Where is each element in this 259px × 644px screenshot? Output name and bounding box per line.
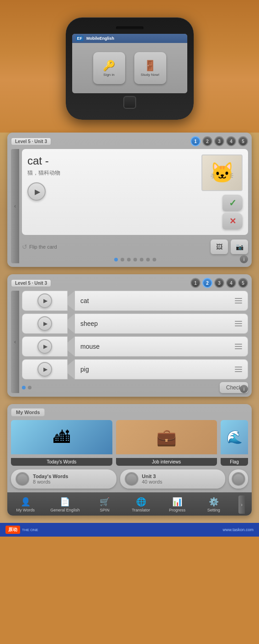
listen-play-btn-4[interactable]: ▶: [37, 362, 52, 377]
step-indicators-1: 1 2 3 4 5: [190, 136, 248, 146]
prev-arrow-2[interactable]: ‹: [11, 291, 19, 393]
flip-card-button[interactable]: ↺ Flip the card: [22, 243, 57, 250]
footer-sub: THE ONE: [22, 528, 38, 532]
p2-step-2-active[interactable]: 2: [202, 278, 212, 288]
listen-play-1[interactable]: ▶: [22, 291, 68, 311]
listen-rows: ▶ cat ▶: [22, 291, 248, 379]
listen-play-btn-3[interactable]: ▶: [37, 339, 52, 354]
progress-dots-2: [22, 384, 32, 391]
x-icon: ✕: [229, 216, 236, 226]
flashcard: cat - 猫，猫科动物 ▶ 🐱 ✓: [22, 149, 248, 235]
nav-setting-label: Setting: [207, 508, 220, 512]
p2-step-4[interactable]: 4: [226, 278, 236, 288]
step-1-active[interactable]: 1: [190, 136, 201, 146]
nav-progress-label: Progress: [169, 508, 185, 512]
study-now-button[interactable]: 🚪 Study Now!: [134, 52, 166, 84]
stat-count-2: 40 words: [142, 479, 221, 484]
todays-words-stat[interactable]: Today's Words 8 words: [11, 469, 116, 489]
nav-my-words-label: My Words: [16, 508, 35, 512]
interview-icon: 💼: [156, 428, 177, 447]
drag-handle-1[interactable]: [235, 298, 242, 303]
job-interviews-image: 💼: [116, 420, 217, 454]
city-icon: 🏙: [53, 428, 70, 447]
audio-play-button[interactable]: ▶: [27, 182, 46, 201]
step-2[interactable]: 2: [202, 136, 212, 146]
word-mouse: mouse: [80, 343, 100, 350]
step-5[interactable]: 5: [238, 136, 248, 146]
prev-arrow[interactable]: ‹: [11, 149, 19, 263]
dot-5: [140, 258, 143, 261]
info-button-2[interactable]: i: [240, 385, 248, 393]
todays-words-card[interactable]: 🏙 Today's Words: [11, 420, 112, 466]
my-words-panel: My Words 🏙 Today's Words 💼 Job interview…: [7, 404, 252, 516]
nav-setting[interactable]: ⚙️ Setting: [202, 497, 225, 512]
nav-my-words[interactable]: 👤 My Words: [14, 497, 37, 512]
check-answer-button[interactable]: ✓: [222, 195, 243, 211]
nav-spin[interactable]: 🛒 SPIN: [93, 497, 116, 512]
home-button[interactable]: [123, 96, 136, 109]
app-title: MobileEnglish: [86, 36, 114, 41]
nav-more-arrow[interactable]: ›: [238, 495, 245, 514]
listen-word-3: mouse: [75, 336, 248, 357]
flag-card[interactable]: 🌊 Flag: [221, 420, 248, 466]
stat-title-2: Unit 3: [142, 474, 221, 479]
wood-table: Level 5 · Unit 3 1 2 3 4 5 ‹ cat - 猫，猫科动…: [0, 133, 259, 523]
step-4[interactable]: 4: [226, 136, 236, 146]
unit3-stat[interactable]: Unit 3 40 words: [120, 469, 226, 489]
stat-knob-1: [16, 472, 29, 486]
nav-progress[interactable]: 📊 Progress: [166, 497, 189, 512]
phone-device: EF MobileEnglish 🔑 Sign in 🚪 Study Now!: [66, 17, 194, 120]
listen-word-1: cat: [75, 291, 248, 311]
listen-word-2: sheep: [75, 314, 248, 334]
image-button[interactable]: 🖼: [211, 240, 228, 254]
footer-url: www.taskon.com: [222, 527, 254, 532]
panel2-header: Level 5 · Unit 3 1 2 3 4 5: [11, 278, 248, 288]
listen-play-3[interactable]: ▶: [22, 336, 68, 357]
sign-in-label: Sign in: [103, 73, 114, 77]
listen-play-btn-1[interactable]: ▶: [37, 293, 52, 308]
more-stat[interactable]: [229, 469, 248, 489]
listen-play-2[interactable]: ▶: [22, 314, 68, 334]
footer-bar: 原动 THE ONE www.taskon.com: [0, 523, 259, 537]
listen-play-btn-2[interactable]: ▶: [37, 316, 52, 331]
wrong-answer-button[interactable]: ✕: [222, 213, 243, 229]
cat-emoji: 🐱: [210, 163, 235, 183]
play-icon-3: ▶: [43, 343, 48, 350]
word-image: 🐱: [201, 154, 243, 191]
sign-in-button[interactable]: 🔑 Sign in: [93, 52, 125, 84]
gear-icon: ⚙️: [209, 497, 219, 507]
drag-handle-4[interactable]: [235, 367, 242, 372]
listening-panel: Level 5 · Unit 3 1 2 3 4 5 ‹ ▶: [7, 274, 252, 397]
stat-title-1: Today's Words: [33, 474, 112, 479]
nav-translator-label: Translator: [132, 508, 150, 512]
p2-step-5[interactable]: 5: [238, 278, 248, 288]
info-button[interactable]: i: [240, 255, 248, 263]
listen-row-1: ▶ cat: [22, 291, 248, 311]
level-badge-1: Level 5 · Unit 3: [11, 138, 51, 145]
step-3[interactable]: 3: [214, 136, 224, 146]
dot-3: [127, 258, 131, 261]
todays-words-image: 🏙: [11, 420, 112, 454]
play-icon-1: ▶: [43, 298, 48, 304]
job-interviews-label: Job interviews: [116, 458, 217, 466]
word-translation: 猫，猫科动物: [27, 169, 197, 177]
dot-4: [133, 258, 137, 261]
nav-general-english[interactable]: 📄 General English: [50, 497, 79, 512]
listen-row-4: ▶ pig: [22, 359, 248, 379]
puzzle-piece-1: [68, 291, 75, 311]
listen-word-4: pig: [75, 359, 248, 379]
listen-play-4[interactable]: ▶: [22, 359, 68, 379]
card-content-left: cat - 猫，猫科动物 ▶: [27, 154, 197, 201]
camera-button[interactable]: 📷: [231, 240, 248, 254]
p2-step-1[interactable]: 1: [190, 278, 201, 288]
drag-handle-3[interactable]: [235, 344, 242, 349]
chart-icon: 📊: [172, 497, 182, 507]
p2-step-3[interactable]: 3: [214, 278, 224, 288]
person-icon: 👤: [21, 497, 31, 507]
nav-translator[interactable]: 🌐 Translator: [130, 497, 153, 512]
play-icon: ▶: [35, 187, 40, 196]
panel1-header: Level 5 · Unit 3 1 2 3 4 5: [11, 136, 248, 146]
job-interviews-card[interactable]: 💼 Job interviews: [116, 420, 217, 466]
drag-handle-2[interactable]: [235, 321, 242, 326]
stat-knob-2: [125, 472, 138, 486]
